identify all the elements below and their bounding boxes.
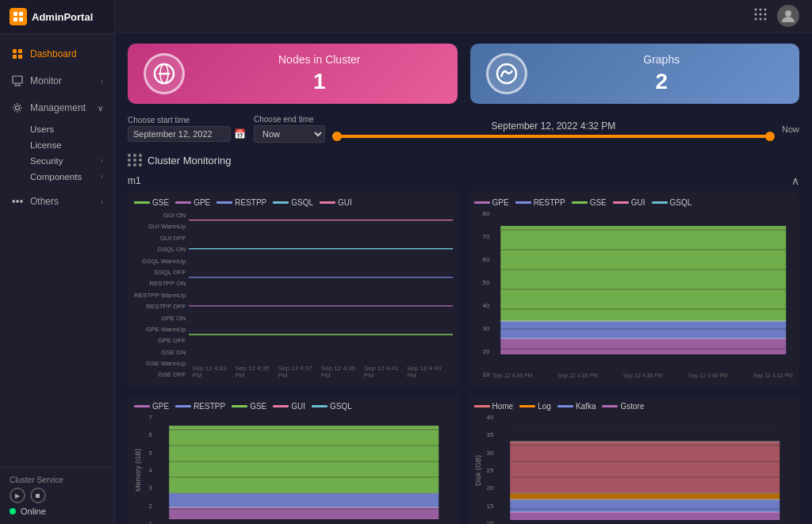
status-chart-lines: Sep 12 4:33 PM Sep 12 4:35 PM Sep 12 4:3… bbox=[189, 210, 453, 381]
sidebar-item-users[interactable]: Users bbox=[0, 121, 114, 137]
svg-point-14 bbox=[760, 9, 762, 11]
svg-point-26 bbox=[497, 64, 516, 83]
collapse-button[interactable]: ∧ bbox=[791, 174, 799, 187]
disk-chart-body: Disk (GB) 40 35 30 25 20 15 10 bbox=[474, 414, 794, 524]
cpu-x-axis: Sep 12 4:34 PM Sep 12 4:36 PM Sep 12 4:3… bbox=[493, 373, 794, 378]
others-label: Others bbox=[30, 196, 59, 207]
status-svg bbox=[189, 210, 453, 361]
nodes-icon bbox=[144, 53, 185, 94]
memory-y-labels: 7 6 5 4 3 2 1 bbox=[145, 414, 155, 524]
sidebar-item-monitor[interactable]: Monitor › bbox=[0, 67, 114, 94]
cpu-legend-restpp: RESTPP bbox=[515, 198, 565, 207]
dashboard-icon bbox=[11, 48, 24, 60]
graphs-value: 2 bbox=[540, 69, 784, 94]
sidebar: AdminPortal Dashboard bbox=[0, 0, 115, 524]
sidebar-item-management[interactable]: Management ∨ bbox=[0, 94, 114, 121]
sidebar-item-security[interactable]: Security › bbox=[0, 153, 114, 169]
svg-rect-48 bbox=[500, 226, 786, 321]
slider-left-thumb[interactable] bbox=[332, 132, 342, 141]
svg-rect-50 bbox=[500, 338, 786, 354]
end-time-select[interactable]: Now bbox=[254, 125, 325, 143]
graphs-icon bbox=[486, 53, 527, 94]
sidebar-item-others[interactable]: ••• Others › bbox=[0, 188, 114, 215]
nodes-card: Nodes in Cluster 1 bbox=[128, 44, 458, 104]
sidebar-item-components[interactable]: Components › bbox=[0, 169, 114, 185]
charts-row-2: GPE RESTPP GSE GUI bbox=[128, 396, 799, 524]
slider-right-thumb[interactable] bbox=[765, 132, 775, 141]
sidebar-item-dashboard[interactable]: Dashboard bbox=[0, 40, 114, 67]
legend-gui: GUI bbox=[320, 198, 352, 207]
svg-point-20 bbox=[760, 18, 762, 21]
legend-gse: GSE bbox=[134, 198, 169, 207]
disk-chart-box: Home Log Kafka Gstore bbox=[468, 396, 800, 524]
start-time-label: Choose start time bbox=[128, 116, 246, 124]
sidebar-logo: AdminPortal bbox=[0, 0, 114, 34]
disk-legend: Home Log Kafka Gstore bbox=[474, 402, 794, 411]
node-m1-label: m1 ∧ bbox=[128, 171, 799, 192]
graphs-card: Graphs 2 bbox=[470, 44, 800, 104]
disk-svg bbox=[496, 414, 794, 524]
disk-legend-kafka: Kafka bbox=[557, 402, 596, 411]
user-avatar[interactable] bbox=[777, 5, 799, 27]
header-icons bbox=[753, 5, 799, 27]
cpu-legend: GPE RESTPP GSE GUI bbox=[474, 198, 794, 207]
status-y-labels: GUI ON GUI WarmUp GUI OFF GSQL ON GSQL W… bbox=[134, 210, 189, 381]
svg-rect-5 bbox=[18, 49, 22, 53]
end-time-label: Choose end time bbox=[254, 115, 325, 124]
main-content: Nodes in Cluster 1 Graphs 2 bbox=[115, 0, 812, 524]
calendar-icon[interactable]: 📅 bbox=[234, 128, 246, 140]
svg-rect-2 bbox=[13, 17, 17, 21]
svg-rect-49 bbox=[500, 321, 786, 338]
logo-icon bbox=[10, 8, 27, 25]
start-time-group: Choose start time 📅 bbox=[128, 116, 246, 142]
status-chart-box: GSE GPE RESTPP GSQL bbox=[128, 192, 460, 388]
svg-point-13 bbox=[755, 9, 757, 11]
cluster-status: Online bbox=[10, 507, 105, 516]
management-expand-icon: ∨ bbox=[98, 104, 103, 113]
management-icon bbox=[11, 101, 24, 114]
cpu-chart-box: GPE RESTPP GSE GUI bbox=[468, 192, 800, 388]
start-time-input[interactable] bbox=[128, 126, 231, 142]
cluster-service-label: Cluster Service bbox=[10, 476, 105, 484]
svg-point-21 bbox=[764, 18, 767, 21]
disk-chart-area bbox=[496, 414, 794, 524]
svg-rect-6 bbox=[13, 55, 17, 59]
monitoring-grid-icon bbox=[128, 154, 143, 166]
grid-apps-icon[interactable] bbox=[753, 7, 768, 25]
disk-legend-gstore: Gstore bbox=[602, 402, 644, 411]
monitoring-title-text: Cluster Monitoring bbox=[147, 155, 232, 166]
status-icons: ▶ ⏹ bbox=[10, 488, 105, 503]
mem-legend-restpp: RESTPP bbox=[175, 402, 225, 411]
svg-point-19 bbox=[755, 18, 757, 21]
memory-chart-body: Memory (GB) 7 6 5 4 3 2 1 bbox=[134, 414, 454, 524]
status-x-axis: Sep 12 4:33 PM Sep 12 4:35 PM Sep 12 4:3… bbox=[189, 365, 453, 379]
play-icon[interactable]: ▶ bbox=[10, 488, 25, 503]
sidebar-item-license[interactable]: License bbox=[0, 137, 114, 153]
svg-rect-8 bbox=[13, 76, 22, 83]
svg-point-12 bbox=[16, 106, 20, 110]
monitoring-title: Cluster Monitoring bbox=[128, 154, 232, 166]
memory-y-title: Memory (GB) bbox=[134, 414, 142, 524]
cpu-legend-gse: GSE bbox=[572, 198, 607, 207]
online-indicator bbox=[10, 508, 16, 514]
time-range-bar: Choose start time 📅 Choose end time Now … bbox=[115, 112, 812, 147]
svg-rect-75 bbox=[510, 499, 779, 512]
monitor-expand-icon: › bbox=[101, 77, 103, 86]
status-chart-body: GUI ON GUI WarmUp GUI OFF GSQL ON GSQL W… bbox=[134, 210, 454, 381]
sidebar-footer: Cluster Service ▶ ⏹ Online bbox=[0, 467, 114, 524]
stop-icon[interactable]: ⏹ bbox=[30, 488, 46, 503]
cpu-legend-gui: GUI bbox=[613, 198, 645, 207]
svg-rect-76 bbox=[510, 512, 779, 520]
app-title: AdminPortal bbox=[32, 11, 93, 23]
status-legend: GSE GPE RESTPP GSQL bbox=[134, 198, 454, 207]
svg-rect-74 bbox=[510, 493, 779, 499]
dashboard-label: Dashboard bbox=[30, 48, 77, 59]
svg-rect-1 bbox=[19, 12, 23, 16]
monitor-icon bbox=[11, 75, 24, 87]
svg-rect-0 bbox=[13, 12, 17, 16]
end-time-group: Choose end time Now bbox=[254, 115, 325, 143]
cpu-legend-gpe: GPE bbox=[474, 198, 509, 207]
sidebar-navigation: Dashboard Monitor › bbox=[0, 34, 114, 467]
nodes-content: Nodes in Cluster 1 bbox=[197, 53, 442, 94]
svg-point-22 bbox=[785, 10, 791, 17]
